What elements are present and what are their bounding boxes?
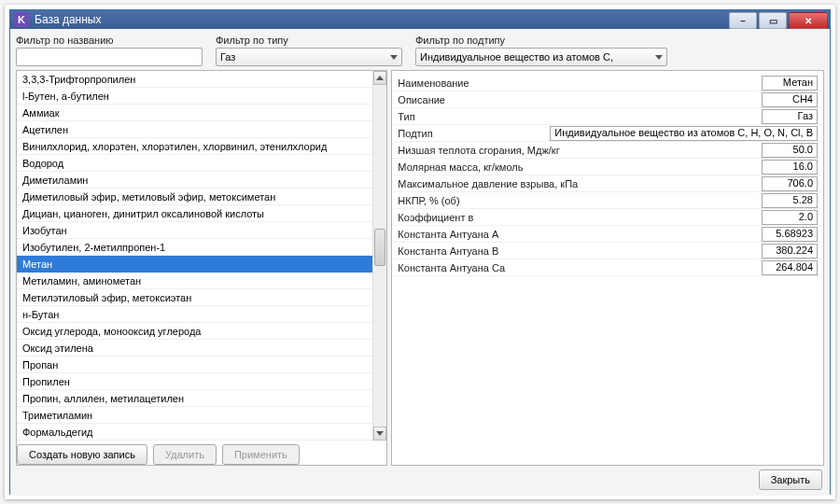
list-item[interactable]: Пропилен (17, 373, 386, 390)
filter-type-label: Фильтр по типу (216, 35, 402, 46)
property-label: Коэффициент в (398, 212, 756, 223)
property-label: Константа Антуана B (398, 245, 756, 257)
property-value[interactable]: 706.0 (762, 176, 818, 191)
property-row: Низшая теплота сгорания, Мдж/кг50.0 (394, 142, 821, 159)
footer-bar: Закрыть (16, 466, 824, 490)
property-label: Максимальное давление взрыва, кПа (398, 178, 756, 189)
list-item[interactable]: Пропан (17, 357, 386, 373)
app-icon: K (14, 12, 29, 27)
scroll-up-button[interactable] (373, 71, 386, 85)
substance-listbox[interactable]: 3,3,3-Трифторпропиленl-Бутен, а-бутиленА… (17, 71, 386, 441)
filter-bar: Фильтр по названию Фильтр по типу Газ Фи… (16, 35, 824, 66)
property-row: Максимальное давление взрыва, кПа706.0 (394, 175, 821, 192)
filter-type-combobox[interactable]: Газ (216, 48, 402, 66)
filter-subtype-selected: Индивидуальное вещество из атомов C, (420, 51, 613, 63)
property-value[interactable]: Метан (762, 76, 818, 91)
apply-button[interactable]: Применить (222, 444, 300, 465)
list-item[interactable]: Дициан, цианоген, динитрил оксалиновой к… (17, 205, 386, 222)
right-panel: НаименованиеМетанОписаниеCH4ТипГазПодтип… (391, 70, 824, 466)
filter-type-selected: Газ (220, 51, 235, 63)
left-button-bar: Создать новую запись Удалить Применить (17, 441, 386, 465)
property-value[interactable]: 5.68923 (762, 227, 818, 242)
list-item[interactable]: Диметиламин (17, 172, 386, 189)
property-value[interactable]: 380.224 (762, 244, 818, 259)
list-item[interactable]: Ацетилен (17, 121, 386, 138)
close-dialog-button[interactable]: Закрыть (759, 469, 822, 490)
scroll-track[interactable] (373, 85, 386, 427)
delete-button[interactable]: Удалить (153, 444, 217, 465)
maximize-icon: ▭ (769, 16, 777, 26)
titlebar[interactable]: K База данных – ▭ ✕ (10, 10, 830, 29)
property-value[interactable]: CH4 (762, 92, 818, 107)
property-label: Низшая теплота сгорания, Мдж/кг (398, 145, 756, 156)
property-label: Наименование (398, 77, 756, 89)
scroll-down-button[interactable] (373, 427, 386, 441)
list-item[interactable]: Аммиак (17, 105, 386, 121)
chevron-down-icon (390, 55, 398, 60)
list-item[interactable]: Метан (17, 256, 386, 273)
property-row: Константа Антуана Ca264.804 (394, 259, 821, 276)
list-item[interactable]: Формальдегид (17, 424, 386, 441)
list-item[interactable]: Оксид этилена (17, 340, 386, 357)
left-panel: 3,3,3-Трифторпропиленl-Бутен, а-бутиленА… (16, 70, 387, 466)
list-item[interactable]: Изобутан (17, 222, 386, 239)
list-item[interactable]: Метиламин, аминометан (17, 273, 386, 289)
list-item[interactable]: Триметиламин (17, 407, 386, 424)
property-row: ПодтипИндивидуальное вещество из атомов … (394, 125, 821, 142)
close-button[interactable]: ✕ (789, 12, 828, 29)
create-button[interactable]: Создать новую запись (17, 444, 147, 465)
list-item[interactable]: н-Бутан (17, 306, 386, 323)
property-value[interactable]: 2.0 (762, 210, 818, 225)
filter-subtype-combobox[interactable]: Индивидуальное вещество из атомов C, (415, 48, 667, 66)
property-label: Описание (398, 94, 756, 105)
list-item[interactable]: Метилэтиловый эфир, метоксиэтан (17, 289, 386, 306)
property-value[interactable]: 50.0 (762, 143, 818, 158)
property-label: Константа Антуана Ca (398, 262, 756, 273)
filter-name-input[interactable] (16, 48, 203, 66)
filter-name-label: Фильтр по названию (16, 35, 203, 46)
property-value[interactable]: 16.0 (762, 160, 818, 175)
property-label: Подтип (398, 128, 544, 139)
list-item[interactable]: Водород (17, 155, 386, 172)
filter-subtype-label: Фильтр по подтипу (415, 35, 667, 46)
property-row: Коэффициент в2.0 (394, 209, 821, 226)
property-value[interactable]: 5.28 (762, 193, 818, 208)
property-value[interactable]: Газ (762, 109, 818, 124)
arrow-down-icon (376, 431, 384, 436)
maximize-button[interactable]: ▭ (759, 12, 787, 29)
list-item[interactable]: 3,3,3-Трифторпропилен (17, 71, 386, 88)
property-label: Константа Антуана A (398, 229, 756, 240)
property-row: Константа Антуана A5.68923 (394, 226, 821, 243)
list-item[interactable]: Пропин, аллилен, метилацетилен (17, 390, 386, 407)
list-item[interactable]: Оксид углерода, монооксид углерода (17, 323, 386, 340)
property-label: НКПР, % (об) (398, 195, 756, 206)
property-row: ОписаниеCH4 (394, 91, 821, 108)
property-value[interactable]: 264.804 (762, 260, 818, 275)
arrow-up-icon (376, 76, 384, 80)
properties-list: НаименованиеМетанОписаниеCH4ТипГазПодтип… (392, 71, 823, 465)
property-label: Тип (398, 111, 756, 122)
database-window: K База данных – ▭ ✕ Фильтр по названию Ф… (9, 9, 831, 495)
list-item[interactable]: Винилхлорид, хлорэтен, хлорэтилен, хлорв… (17, 138, 386, 155)
close-icon: ✕ (805, 16, 812, 26)
list-item[interactable]: Диметиловый эфир, метиловый эфир, метокс… (17, 189, 386, 205)
client-area: Фильтр по названию Фильтр по типу Газ Фи… (10, 29, 830, 496)
property-row: Молярная масса, кг/кмоль16.0 (394, 159, 821, 175)
property-row: НКПР, % (об)5.28 (394, 192, 821, 209)
property-label: Молярная масса, кг/кмоль (398, 161, 756, 173)
property-row: НаименованиеМетан (394, 75, 821, 91)
chevron-down-icon (655, 55, 663, 60)
list-item[interactable]: l-Бутен, а-бутилен (17, 88, 386, 105)
property-value[interactable]: Индивидуальное вещество из атомов C, H, … (550, 126, 818, 141)
minimize-icon: – (740, 16, 746, 26)
scroll-thumb[interactable] (374, 229, 385, 266)
list-item[interactable]: Изобутилен, 2-метилпропен-1 (17, 239, 386, 256)
minimize-button[interactable]: – (729, 12, 757, 29)
window-title: База данных (35, 13, 101, 26)
property-row: Константа Антуана B380.224 (394, 243, 821, 259)
property-row: ТипГаз (394, 108, 821, 125)
scrollbar[interactable] (372, 71, 386, 441)
